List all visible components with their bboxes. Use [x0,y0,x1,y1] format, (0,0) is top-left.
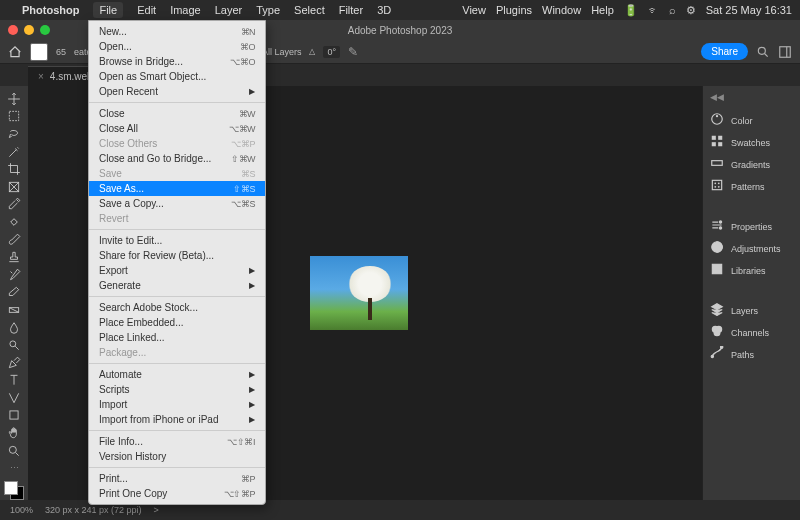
layers-panel-label[interactable]: Layers [731,302,800,320]
adjustments-panel-icon[interactable] [707,238,727,256]
swatches-panel-label[interactable]: Swatches [731,134,800,152]
tool-overflow-icon[interactable]: ⋯ [10,463,19,473]
file-menu-search-adobe-stock[interactable]: Search Adobe Stock... [89,300,265,315]
angle-field[interactable]: 0° [323,46,340,58]
file-menu-print[interactable]: Print...⌘P [89,471,265,486]
brush-preview-swatch[interactable] [30,43,48,61]
file-menu-place-linked[interactable]: Place Linked... [89,330,265,345]
menubar-file[interactable]: File [93,2,123,18]
wand-tool[interactable] [2,143,26,161]
channels-panel-icon[interactable] [707,322,727,340]
color-panel-label[interactable]: Color [731,112,800,130]
file-menu-close-all[interactable]: Close All⌥⌘W [89,121,265,136]
menubar-app-name[interactable]: Photoshop [22,4,79,16]
minimize-window-button[interactable] [24,25,34,35]
menubar-image[interactable]: Image [170,4,201,16]
close-window-button[interactable] [8,25,18,35]
file-menu-import[interactable]: Import▶ [89,397,265,412]
swatches-panel-icon[interactable] [707,132,727,150]
file-menu-file-info[interactable]: File Info...⌥⇧⌘I [89,434,265,449]
file-menu-save-as[interactable]: Save As...⇧⌘S [89,181,265,196]
patterns-panel-label[interactable]: Patterns [731,178,800,196]
eyedropper-tool[interactable] [2,196,26,214]
healing-tool[interactable] [2,213,26,231]
traffic-lights[interactable] [8,25,50,35]
file-menu-invite-to-edit[interactable]: Invite to Edit... [89,233,265,248]
pressure-icon[interactable]: ✎ [348,45,358,59]
color-panel-icon[interactable] [707,110,727,128]
menubar-help[interactable]: Help [591,4,614,16]
dodge-tool[interactable] [2,336,26,354]
crop-tool[interactable] [2,160,26,178]
move-tool[interactable] [2,90,26,108]
brush-tool[interactable] [2,231,26,249]
file-menu-generate[interactable]: Generate▶ [89,278,265,293]
share-button[interactable]: Share [701,43,748,60]
file-menu-open[interactable]: Open...⌘O [89,39,265,54]
file-menu-version-history[interactable]: Version History [89,449,265,464]
maximize-window-button[interactable] [40,25,50,35]
stamp-tool[interactable] [2,248,26,266]
menubar-type[interactable]: Type [256,4,280,16]
gradients-panel-label[interactable]: Gradients [731,156,800,174]
eraser-tool[interactable] [2,284,26,302]
properties-panel-label[interactable]: Properties [731,218,800,236]
workspace-icon[interactable] [778,45,792,59]
adjustments-panel-label[interactable]: Adjustments [731,240,800,258]
file-menu-export[interactable]: Export▶ [89,263,265,278]
file-menu-new[interactable]: New...⌘N [89,24,265,39]
paths-panel-icon[interactable] [707,344,727,362]
file-menu-print-one-copy[interactable]: Print One Copy⌥⇧⌘P [89,486,265,501]
search-icon[interactable]: ⌕ [669,4,676,16]
gradient-tool[interactable] [2,301,26,319]
menubar-window[interactable]: Window [542,4,581,16]
gradients-panel-icon[interactable] [707,154,727,172]
zoom-level[interactable]: 100% [10,505,33,515]
properties-panel-icon[interactable] [707,216,727,234]
close-tab-icon[interactable]: × [38,71,44,82]
file-menu-share-for-review-beta[interactable]: Share for Review (Beta)... [89,248,265,263]
file-menu-place-embedded[interactable]: Place Embedded... [89,315,265,330]
channels-panel-label[interactable]: Channels [731,324,800,342]
menubar-select[interactable]: Select [294,4,325,16]
file-menu-browse-in-bridge[interactable]: Browse in Bridge...⌥⌘O [89,54,265,69]
blur-tool[interactable] [2,319,26,337]
document-canvas[interactable] [310,256,408,330]
file-menu-close-and-go-to-bridge[interactable]: Close and Go to Bridge...⇧⌘W [89,151,265,166]
hand-tool[interactable] [2,424,26,442]
home-icon[interactable] [8,45,22,59]
pen-tool[interactable] [2,354,26,372]
frame-tool[interactable] [2,178,26,196]
patterns-panel-icon[interactable] [707,176,727,194]
marquee-tool[interactable] [2,108,26,126]
libraries-panel-label[interactable]: Libraries [731,262,800,280]
status-expand-icon[interactable]: > [154,505,159,515]
file-menu-scripts[interactable]: Scripts▶ [89,382,265,397]
menubar-edit[interactable]: Edit [137,4,156,16]
file-menu-close[interactable]: Close⌘W [89,106,265,121]
file-menu-open-as-smart-object[interactable]: Open as Smart Object... [89,69,265,84]
libraries-panel-icon[interactable] [707,260,727,278]
menubar-view[interactable]: View [462,4,486,16]
menubar-filter[interactable]: Filter [339,4,363,16]
file-menu-open-recent[interactable]: Open Recent▶ [89,84,265,99]
zoom-tool[interactable] [2,442,26,460]
foreground-color-swatch[interactable] [4,481,18,495]
layers-panel-icon[interactable] [707,300,727,318]
color-swatches[interactable] [4,481,24,500]
paths-panel-label[interactable]: Paths [731,346,800,364]
history-brush-tool[interactable] [2,266,26,284]
menubar-clock[interactable]: Sat 25 May 16:31 [706,4,792,16]
type-tool[interactable] [2,372,26,390]
file-menu-automate[interactable]: Automate▶ [89,367,265,382]
file-menu-import-from-iphone-or-ipad[interactable]: Import from iPhone or iPad▶ [89,412,265,427]
search-tool-icon[interactable] [756,45,770,59]
lasso-tool[interactable] [2,125,26,143]
menubar-3d[interactable]: 3D [377,4,391,16]
control-center-icon[interactable]: ⚙ [686,4,696,17]
file-menu-save-a-copy[interactable]: Save a Copy...⌥⌘S [89,196,265,211]
shape-tool[interactable] [2,407,26,425]
menubar-layer[interactable]: Layer [215,4,243,16]
panel-collapse-icon[interactable]: ◀◀ [710,92,724,102]
path-tool[interactable] [2,389,26,407]
